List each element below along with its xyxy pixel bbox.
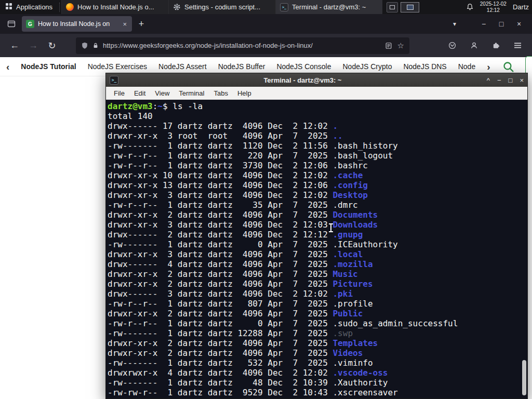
reader-view-icon[interactable] bbox=[385, 42, 392, 49]
url-text: https://www.geeksforgeeks.org/node-js/in… bbox=[103, 42, 381, 49]
task-button-browser[interactable]: How to Install Node.js o... bbox=[61, 0, 168, 14]
terminal-listing-line: drwxr-xr-x 10 dartz dartz 4096 Dec 2 12:… bbox=[108, 170, 527, 180]
browser-close-button[interactable]: × bbox=[510, 16, 528, 32]
terminal-listing-line: -rw------- 1 dartz dartz 1120 Dec 2 11:5… bbox=[108, 141, 527, 151]
new-tab-button[interactable]: + bbox=[134, 17, 149, 31]
mouse-cursor bbox=[330, 223, 331, 232]
terminal-icon: >_ bbox=[280, 3, 288, 11]
geeksforgeeks-favicon: G bbox=[26, 20, 34, 28]
extensions-puzzle-icon[interactable] bbox=[486, 37, 505, 54]
browser-minimize-button[interactable]: − bbox=[475, 16, 493, 32]
workspace-pager[interactable] bbox=[401, 2, 419, 12]
task-title: How to Install Node.js o... bbox=[77, 3, 164, 11]
nav-scroll-left-icon[interactable]: ‹ bbox=[6, 62, 9, 72]
firefox-view-icon bbox=[7, 20, 16, 28]
nav-link-nodejs-assert[interactable]: NodeJS Assert bbox=[158, 62, 207, 71]
url-bar-actions: ☆ bbox=[385, 41, 404, 50]
terminal-output: dartz@vm3:~$ ls -latotal 140drwx------ 1… bbox=[108, 101, 527, 397]
desktop: Applications How to Install Node.js o...… bbox=[0, 0, 532, 399]
terminal-listing-line: drwx------ 2 dartz dartz 4096 Dec 2 12:1… bbox=[108, 230, 527, 240]
menu-tabs[interactable]: Tabs bbox=[209, 89, 232, 97]
browser-tab-bar: G How to Install Node.js on × + ▾ − □ × bbox=[0, 14, 532, 34]
nav-link-node-partial[interactable]: Node bbox=[458, 62, 475, 71]
terminal-listing-line: -rw------- 1 dartz dartz 532 Apr 7 2025 … bbox=[108, 358, 527, 368]
back-button[interactable]: ← bbox=[5, 37, 24, 54]
terminal-maximize-button[interactable]: □ bbox=[509, 76, 513, 84]
task-button-settings[interactable]: Settings - codium script... bbox=[168, 0, 275, 14]
nav-link-nodejs-console[interactable]: NodeJS Console bbox=[276, 62, 331, 71]
menu-view[interactable]: View bbox=[150, 89, 174, 97]
terminal-scrollbar-thumb[interactable] bbox=[522, 360, 526, 395]
terminal-minimize-button[interactable]: − bbox=[497, 76, 501, 84]
clock-time: 12:12 bbox=[480, 7, 507, 14]
terminal-shade-button[interactable]: ^ bbox=[487, 76, 490, 84]
terminal-listing-line: drwxr-xr-x 3 dartz dartz 4096 Apr 7 2025… bbox=[108, 249, 527, 259]
applications-icon bbox=[5, 3, 12, 11]
forward-button[interactable]: → bbox=[24, 37, 43, 54]
top-panel: Applications How to Install Node.js o...… bbox=[0, 0, 532, 14]
terminal-prompt-line: dartz@vm3:~$ ls -la bbox=[108, 101, 527, 111]
browser-window-controls: − □ × bbox=[475, 16, 528, 32]
clock-date: 2025-12-02 bbox=[480, 1, 507, 7]
panel-clock[interactable]: 2025-12-02 12:12 bbox=[480, 1, 507, 14]
taskbar: How to Install Node.js o... Settings - c… bbox=[61, 0, 382, 14]
menu-terminal[interactable]: Terminal bbox=[174, 89, 209, 97]
terminal-titlebar-icon: >_ bbox=[110, 76, 118, 85]
tab-close-button[interactable]: × bbox=[122, 20, 128, 28]
terminal-listing-line: -rw-r--r-- 1 dartz dartz 35 Apr 7 2025 .… bbox=[108, 200, 527, 210]
panel-user-menu[interactable]: Dartz bbox=[513, 3, 529, 11]
settings-gear-icon bbox=[173, 3, 181, 11]
terminal-listing-line: drwx------ 4 dartz dartz 4096 Apr 7 2025… bbox=[108, 259, 527, 269]
tray-icon-glyph bbox=[390, 5, 395, 9]
terminal-listing-line: -rw------- 1 dartz dartz 48 Dec 2 10:39 … bbox=[108, 378, 527, 388]
account-icon[interactable] bbox=[464, 37, 483, 54]
terminal-listing-line: -rw------- 1 dartz dartz 0 Apr 7 2025 .I… bbox=[108, 240, 527, 249]
lock-icon[interactable] bbox=[92, 42, 99, 49]
nav-link-nodejs-dns[interactable]: NodeJS DNS bbox=[403, 62, 446, 71]
terminal-titlebar[interactable]: >_ Terminal - dartz@vm3: ~ ^ − □ × bbox=[106, 73, 527, 87]
hamburger-menu-icon[interactable] bbox=[508, 37, 527, 54]
menu-file[interactable]: File bbox=[109, 89, 129, 97]
terminal-listing-line: -rw-rw-r-- 1 dartz dartz 9529 Dec 2 10:4… bbox=[108, 388, 527, 397]
terminal-listing-line: drwx------ 17 dartz dartz 4096 Dec 2 12:… bbox=[108, 121, 527, 131]
nav-link-nodejs-crypto[interactable]: NodeJS Crypto bbox=[343, 62, 392, 71]
panel-separator bbox=[59, 3, 60, 12]
pocket-icon[interactable] bbox=[443, 37, 461, 54]
nav-scroll-right-icon[interactable]: › bbox=[487, 62, 490, 72]
terminal-listing-line: drwxr-xr-x 2 dartz dartz 4096 Apr 7 2025… bbox=[108, 309, 527, 318]
terminal-title: Terminal - dartz@vm3: ~ bbox=[122, 76, 484, 84]
terminal-scrollbar[interactable] bbox=[522, 101, 527, 397]
terminal-listing-line: -rw------- 1 dartz dartz 12288 Apr 7 202… bbox=[108, 328, 527, 338]
menu-help[interactable]: Help bbox=[233, 89, 256, 97]
nav-link-nodejs-tutorial[interactable]: NodeJS Tutorial bbox=[21, 62, 76, 71]
task-title: Terminal - dartz@vm3: ~ bbox=[292, 3, 378, 11]
tray-icon[interactable] bbox=[387, 2, 398, 12]
workspace-window-thumb bbox=[407, 5, 414, 10]
applications-menu-button[interactable]: Applications bbox=[0, 0, 58, 14]
notification-bell-icon[interactable] bbox=[466, 3, 474, 11]
terminal-close-button[interactable]: × bbox=[520, 76, 524, 84]
list-all-tabs-button[interactable]: ▾ bbox=[448, 20, 461, 28]
nav-link-nodejs-exercises[interactable]: NodeJS Exercises bbox=[88, 62, 147, 71]
toolbar-right-icons bbox=[443, 37, 527, 54]
terminal-screen[interactable]: dartz@vm3:~$ ls -latotal 140drwx------ 1… bbox=[106, 100, 527, 398]
terminal-listing-line: drwxr-xr-x 2 dartz dartz 4096 Apr 7 2025… bbox=[108, 279, 527, 289]
bookmark-star-icon[interactable]: ☆ bbox=[397, 41, 404, 50]
task-button-terminal[interactable]: >_ Terminal - dartz@vm3: ~ bbox=[275, 0, 382, 14]
menu-edit[interactable]: Edit bbox=[129, 89, 150, 97]
site-search-icon[interactable] bbox=[502, 60, 515, 73]
terminal-window-controls: ^ − □ × bbox=[487, 76, 524, 84]
terminal-listing-line: drwxr-xr-x 13 dartz dartz 4096 Dec 2 12:… bbox=[108, 180, 527, 190]
browser-tab[interactable]: G How to Install Node.js on × bbox=[22, 16, 132, 32]
terminal-listing-line: -rw-r--r-- 1 dartz dartz 0 Apr 7 2025 .s… bbox=[108, 318, 527, 328]
browser-maximize-button[interactable]: □ bbox=[493, 16, 510, 32]
firefox-view-button[interactable] bbox=[4, 17, 19, 31]
terminal-listing-line: -rw-r--r-- 1 dartz dartz 807 Apr 7 2025 … bbox=[108, 299, 527, 309]
terminal-listing-line: -rw-r--r-- 1 dartz dartz 220 Apr 7 2025 … bbox=[108, 151, 527, 161]
terminal-listing-line: drwxr-xr-x 3 dartz dartz 4096 Dec 2 12:0… bbox=[108, 190, 527, 200]
nav-link-nodejs-buffer[interactable]: NodeJS Buffer bbox=[218, 62, 265, 71]
tracking-shield-icon[interactable] bbox=[81, 42, 88, 49]
url-bar[interactable]: https://www.geeksforgeeks.org/node-js/in… bbox=[76, 37, 409, 54]
reload-button[interactable]: ↻ bbox=[43, 37, 61, 54]
terminal-listing-line: drwxr-xr-x 2 dartz dartz 4096 Apr 7 2025… bbox=[108, 338, 527, 348]
